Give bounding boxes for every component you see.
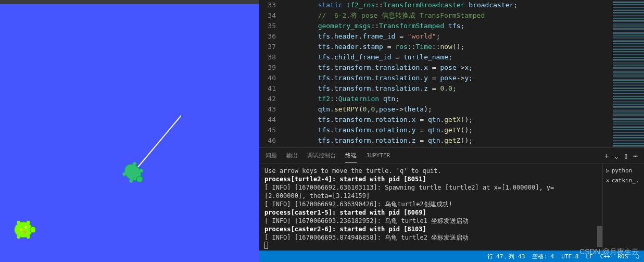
code-line[interactable]: tfs.header.frame_id = "world"; [285, 31, 613, 42]
tab-problems[interactable]: 问题 [266, 148, 277, 163]
code-editor[interactable]: 3334353637383940414243444546 static tf2_… [259, 0, 613, 147]
more-actions-icon[interactable]: ⋯ [634, 152, 638, 160]
terminal-line: process[caster2-6]: started with pid [81… [264, 225, 592, 233]
code-line[interactable]: tfs.transform.rotation.x = qtn.getX(); [285, 115, 613, 125]
terminal-session-list: ▷ python ✕ catkin_. [602, 164, 644, 251]
code-line[interactable]: qtn.setRPY(0,0,pose->theta); [285, 104, 613, 115]
line-number: 41 [259, 83, 276, 94]
turtlesim-titlebar[interactable] [0, 0, 259, 4]
code-line[interactable]: tfs.transform.rotation.y = qtn.getY(); [285, 125, 613, 135]
svg-point-12 [24, 226, 27, 229]
status-indentation[interactable]: 空格: 4 [532, 253, 554, 260]
status-cursor-position[interactable]: 行 47，列 43 [487, 253, 525, 260]
terminal-panel: 问题 输出 调试控制台 终端 JUPYTER + ⌄ ▯ ⋯ Use arrow… [259, 147, 644, 251]
status-language[interactable]: C++ [600, 253, 611, 260]
terminal-cursor [264, 242, 592, 251]
svg-point-10 [17, 221, 20, 224]
terminal-line: [ INFO] [1670066693.874946858]: 乌龟 turtl… [264, 233, 592, 242]
terminal-session-python[interactable]: ▷ python [605, 166, 642, 176]
code-line[interactable]: // 6-2.将 pose 信息转换成 TransFormStamped [285, 10, 613, 21]
svg-point-14 [20, 229, 22, 231]
line-number: 38 [259, 52, 276, 63]
line-number: 34 [259, 10, 276, 21]
line-number: 36 [259, 31, 276, 42]
code-line[interactable]: tfs.transform.translation.z = 0.0; [285, 83, 613, 94]
terminal-line: process[caster1-5]: started with pid [80… [264, 208, 592, 217]
panel-tab-bar: 问题 输出 调试控制台 终端 JUPYTER + ⌄ ▯ ⋯ [259, 148, 644, 164]
tab-jupyter[interactable]: JUPYTER [366, 149, 390, 162]
line-number: 35 [259, 21, 276, 31]
terminal-session-label: catkin_. [612, 177, 639, 184]
code-line[interactable]: tfs.transform.translation.y = pose->y; [285, 73, 613, 83]
line-number: 33 [259, 0, 276, 10]
tab-output[interactable]: 输出 [286, 148, 298, 163]
terminal-line: [ INFO] [1670066692.636103113]: Spawning… [264, 183, 592, 200]
turtle2-sprite [11, 218, 35, 242]
turtle1-sprite [121, 160, 145, 184]
status-bar: 行 47，列 43 空格: 4 UTF-8 LF C++ ROS ♫ [259, 251, 644, 262]
turtlesim-window[interactable] [0, 0, 259, 262]
line-number: 39 [259, 63, 276, 73]
line-number: 40 [259, 73, 276, 83]
minimap[interactable] [613, 0, 644, 147]
code-line[interactable]: geometry_msgs::TransformStamped tfs; [285, 21, 613, 31]
new-terminal-button[interactable]: + [604, 152, 609, 160]
svg-point-9 [27, 235, 30, 239]
svg-point-8 [27, 221, 30, 224]
line-number: 46 [259, 135, 276, 146]
terminal-line: Use arrow keys to move the turtle. 'q' t… [264, 167, 592, 175]
terminal-dropdown-icon[interactable]: ⌄ [614, 152, 618, 160]
svg-point-13 [23, 231, 26, 233]
code-line[interactable]: tfs.transform.rotation.z = qtn.getZ(); [285, 135, 613, 146]
line-number: 45 [259, 125, 276, 135]
vscode-editor-area: 3334353637383940414243444546 static tf2_… [259, 0, 644, 262]
tools-icon: ✕ [606, 177, 610, 184]
status-eol[interactable]: LF [586, 253, 592, 260]
code-line[interactable]: tfs.transform.translation.x = pose->x; [285, 63, 613, 73]
terminal-icon: ▷ [606, 167, 610, 174]
terminal-line: [ INFO] [1670066693.236182952]: 乌龟 turtl… [264, 217, 592, 225]
code-line[interactable]: tfs.header.stamp = ros::Time::now(); [285, 42, 613, 52]
code-line[interactable]: static tf2_ros::TransformBroadcaster bro… [285, 0, 613, 10]
terminal-session-label: python [612, 167, 633, 174]
terminal-output[interactable]: Use arrow keys to move the turtle. 'q' t… [259, 164, 597, 251]
code-line[interactable]: tfs.child_frame_id = turtle_name; [285, 52, 613, 63]
status-notifications-icon[interactable]: ♫ [635, 253, 639, 260]
line-number: 42 [259, 94, 276, 104]
line-number: 44 [259, 115, 276, 125]
svg-point-7 [30, 227, 35, 233]
tab-debug-console[interactable]: 调试控制台 [307, 148, 336, 163]
status-encoding[interactable]: UTF-8 [561, 253, 578, 260]
line-number: 43 [259, 104, 276, 115]
code-content[interactable]: static tf2_ros::TransformBroadcaster bro… [285, 0, 613, 147]
terminal-session-catkin[interactable]: ✕ catkin_. [605, 176, 642, 185]
terminal-line: [ INFO] [1670066692.636390426]: 乌龟turtle… [264, 200, 592, 208]
tab-terminal[interactable]: 终端 [345, 148, 357, 163]
line-number: 37 [259, 42, 276, 52]
terminal-scrollbar[interactable] [597, 164, 602, 251]
line-number-gutter: 3334353637383940414243444546 [259, 0, 285, 147]
terminal-line: process[turtle2-4]: started with pid [80… [264, 175, 592, 183]
status-ros[interactable]: ROS [618, 253, 628, 260]
code-line[interactable]: tf2::Quaternion qtn; [285, 94, 613, 104]
svg-point-11 [17, 235, 20, 239]
split-terminal-button[interactable]: ▯ [624, 152, 628, 160]
